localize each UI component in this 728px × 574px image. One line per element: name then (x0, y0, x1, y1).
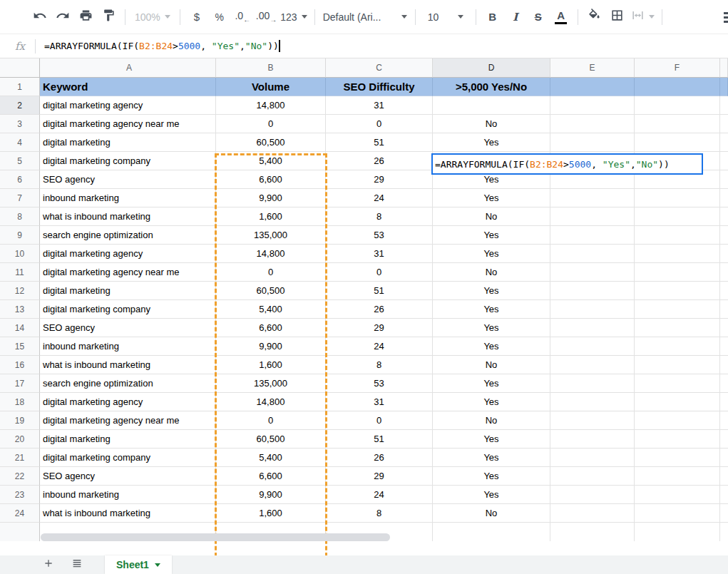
cell-empty[interactable] (720, 467, 728, 486)
cell-result[interactable]: Yes (433, 300, 550, 319)
row-number[interactable]: 22 (0, 467, 40, 486)
row-number[interactable]: 17 (0, 374, 40, 393)
cell-empty[interactable] (550, 207, 635, 226)
font-size-select[interactable]: 10 (424, 11, 468, 23)
strikethrough-button[interactable]: S (529, 8, 548, 26)
cell-result[interactable]: Yes (433, 374, 550, 393)
active-cell-editor[interactable]: =ARRAYFORMULA(IF(B2:B24>5000, "Yes","No"… (431, 153, 703, 175)
cell-volume[interactable]: 5,400 (216, 300, 326, 319)
cell-seo-difficulty[interactable]: 0 (326, 411, 433, 430)
cell-seo-difficulty[interactable]: 0 (326, 263, 433, 282)
all-sheets-button[interactable] (68, 555, 86, 574)
cell-volume[interactable]: 60,500 (216, 430, 326, 449)
cell-result[interactable]: No (433, 115, 550, 133)
row-number[interactable]: 15 (0, 337, 40, 356)
cell-result[interactable]: Yes (433, 189, 550, 207)
redo-button[interactable] (53, 8, 72, 26)
cell-volume[interactable]: 6,600 (216, 170, 326, 189)
cell-keyword[interactable]: digital marketing agency near me (40, 411, 216, 430)
cell-empty[interactable] (720, 170, 728, 189)
cell-empty[interactable] (550, 133, 635, 152)
cell-empty[interactable] (550, 467, 635, 486)
cell-empty[interactable] (635, 207, 720, 226)
cell-volume[interactable]: 14,800 (216, 96, 326, 115)
cell-keyword[interactable]: digital marketing agency (40, 393, 216, 411)
cell-keyword[interactable]: what is inbound marketing (40, 356, 216, 374)
cell-empty[interactable] (720, 189, 728, 207)
cell-keyword[interactable]: what is inbound marketing (40, 207, 216, 226)
cell-empty[interactable] (550, 430, 635, 449)
header-cell-seo-difficulty[interactable]: SEO Difficulty (326, 78, 433, 96)
cell-keyword[interactable]: SEO agency (40, 467, 216, 486)
cell-keyword[interactable]: digital marketing company (40, 152, 216, 170)
cell-volume[interactable]: 6,600 (216, 319, 326, 337)
cell-volume[interactable]: 1,600 (216, 207, 326, 226)
cell-empty[interactable] (720, 411, 728, 430)
cell-result[interactable]: Yes (433, 319, 550, 337)
cell-empty[interactable] (635, 449, 720, 467)
cell-empty[interactable] (550, 393, 635, 411)
cell-empty[interactable] (635, 467, 720, 486)
cell-empty[interactable] (550, 245, 635, 263)
cell-volume[interactable]: 9,900 (216, 486, 326, 504)
cell-volume[interactable]: 135,000 (216, 374, 326, 393)
cell-volume[interactable]: 1,600 (216, 504, 326, 523)
cell-empty[interactable] (720, 374, 728, 393)
font-family-select[interactable]: Default (Ari... (323, 11, 407, 23)
cell-result[interactable]: Yes (433, 226, 550, 245)
cell-keyword[interactable]: SEO agency (40, 170, 216, 189)
header-cell-threshold[interactable]: >5,000 Yes/No (433, 78, 550, 96)
cell-empty[interactable] (720, 133, 728, 152)
cell-keyword[interactable]: digital marketing agency near me (40, 115, 216, 133)
fill-color-button[interactable] (585, 8, 604, 26)
row-number[interactable]: 21 (0, 449, 40, 467)
cell-keyword[interactable]: what is inbound marketing (40, 504, 216, 523)
row-number[interactable]: 2 (0, 96, 40, 115)
cell-empty[interactable] (635, 319, 720, 337)
cell-empty[interactable] (720, 115, 728, 133)
cell-empty[interactable] (720, 263, 728, 282)
cell-empty[interactable] (720, 207, 728, 226)
cell-seo-difficulty[interactable]: 31 (326, 96, 433, 115)
row-number[interactable]: 12 (0, 282, 40, 300)
row-number[interactable]: 18 (0, 393, 40, 411)
cell-empty[interactable] (550, 374, 635, 393)
cell-seo-difficulty[interactable]: 53 (326, 226, 433, 245)
undo-button[interactable] (31, 8, 49, 26)
cell-empty[interactable] (550, 504, 635, 523)
cell-result[interactable]: No (433, 263, 550, 282)
cell-empty[interactable] (720, 300, 728, 319)
cell-keyword[interactable]: digital marketing (40, 133, 216, 152)
cell-result[interactable]: Yes (433, 245, 550, 263)
row-number[interactable]: 7 (0, 189, 40, 207)
cell-empty[interactable] (550, 356, 635, 374)
cell-empty[interactable] (720, 245, 728, 263)
cell-seo-difficulty[interactable]: 51 (326, 133, 433, 152)
cell-empty[interactable] (550, 282, 635, 300)
bold-button[interactable]: B (483, 8, 502, 26)
row-number[interactable]: 24 (0, 504, 40, 523)
cell-volume[interactable]: 60,500 (216, 282, 326, 300)
italic-button[interactable]: I (506, 8, 525, 26)
row-number[interactable]: 9 (0, 226, 40, 245)
cell-seo-difficulty[interactable]: 53 (326, 374, 433, 393)
tab-sheet1[interactable]: Sheet1 (105, 555, 172, 574)
cell-empty[interactable] (635, 486, 720, 504)
cell-volume[interactable]: 9,900 (216, 337, 326, 356)
cell-empty[interactable] (635, 337, 720, 356)
cell-empty[interactable] (635, 430, 720, 449)
format-currency-button[interactable]: $ (188, 8, 206, 26)
cell-seo-difficulty[interactable]: 29 (326, 319, 433, 337)
cell-empty[interactable] (550, 300, 635, 319)
cell-volume[interactable]: 1,600 (216, 356, 326, 374)
cell-volume[interactable]: 9,900 (216, 189, 326, 207)
cell-volume[interactable]: 5,400 (216, 152, 326, 170)
number-format-button[interactable]: 123 (280, 8, 307, 26)
cell-result[interactable] (433, 96, 550, 115)
row-number[interactable]: 13 (0, 300, 40, 319)
cell-volume[interactable]: 0 (216, 263, 326, 282)
header-cell-keyword[interactable]: Keyword (40, 78, 216, 96)
cell-keyword[interactable]: SEO agency (40, 319, 216, 337)
row-number[interactable]: 16 (0, 356, 40, 374)
cell-keyword[interactable]: digital marketing (40, 282, 216, 300)
